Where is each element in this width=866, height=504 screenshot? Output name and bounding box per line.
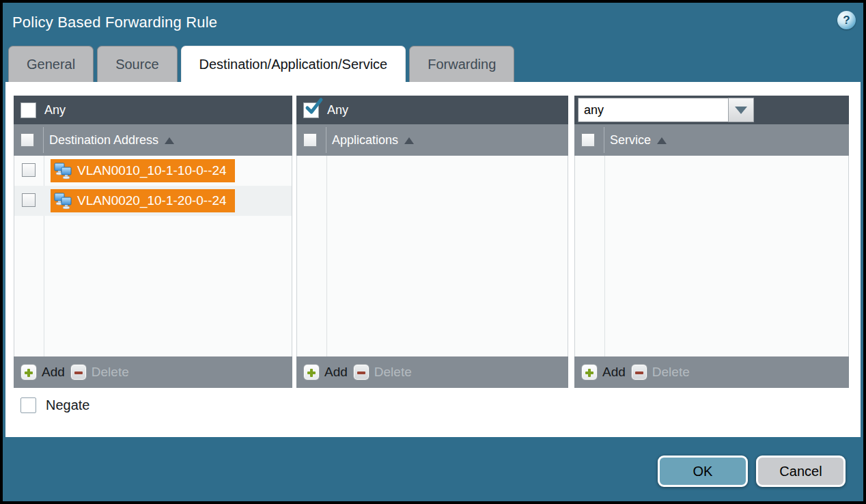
service-footer: Add Delete xyxy=(574,356,849,388)
list-divider xyxy=(604,156,605,356)
applications-list xyxy=(296,156,568,356)
dialog-title: Policy Based Forwarding Rule xyxy=(12,14,217,31)
sort-ascending-icon xyxy=(657,137,667,144)
destination-address-header[interactable]: Destination Address xyxy=(14,124,292,156)
chevron-down-icon xyxy=(735,107,747,114)
service-mode-bar xyxy=(574,96,849,124)
negate-label: Negate xyxy=(46,397,90,413)
service-list xyxy=(574,156,849,356)
applications-any-checkbox[interactable] xyxy=(303,102,319,118)
destination-select-all-checkbox[interactable] xyxy=(20,133,34,147)
tab-destination-application-service[interactable]: Destination/Application/Service xyxy=(181,46,406,82)
applications-select-all-checkbox[interactable] xyxy=(303,133,317,147)
row-checkbox[interactable] xyxy=(22,163,36,177)
destination-address-column: Any Destination Address xyxy=(14,96,292,388)
list-divider xyxy=(326,156,327,356)
table-row: VLAN0010_10-1-10-0--24 xyxy=(14,156,292,186)
applications-header-label: Applications xyxy=(332,133,398,148)
negate-checkbox[interactable] xyxy=(20,397,36,413)
negate-option: Negate xyxy=(20,397,90,413)
policy-based-forwarding-dialog: Policy Based Forwarding Rule ? General S… xyxy=(0,0,866,504)
applications-footer: Add Delete xyxy=(296,356,568,388)
add-button[interactable]: Add xyxy=(581,364,626,380)
destination-any-bar: Any xyxy=(14,96,292,124)
help-icon[interactable]: ? xyxy=(837,11,856,29)
service-header[interactable]: Service xyxy=(574,124,849,156)
applications-header[interactable]: Applications xyxy=(296,124,568,156)
sort-ascending-icon xyxy=(404,137,414,144)
network-computers-icon xyxy=(54,193,72,209)
delete-button[interactable]: Delete xyxy=(70,364,129,380)
tab-forwarding[interactable]: Forwarding xyxy=(409,46,514,82)
delete-minus-icon xyxy=(353,364,369,380)
service-mode-input[interactable] xyxy=(578,98,728,122)
destination-header-label: Destination Address xyxy=(49,133,158,148)
delete-minus-icon xyxy=(70,364,87,380)
applications-column: Any Applications Add Delete xyxy=(296,96,568,388)
sort-ascending-icon xyxy=(165,137,174,144)
applications-any-bar: Any xyxy=(296,96,568,124)
destination-any-checkbox[interactable] xyxy=(20,102,36,118)
add-button[interactable]: Add xyxy=(303,364,348,380)
address-object-label: VLAN0010_10-1-10-0--24 xyxy=(77,163,227,178)
add-plus-icon xyxy=(303,364,320,380)
add-plus-icon xyxy=(20,364,37,380)
service-column: Service Add Delete xyxy=(574,96,849,388)
network-computers-icon xyxy=(54,163,72,179)
delete-button[interactable]: Delete xyxy=(631,364,690,380)
add-plus-icon xyxy=(581,364,598,380)
add-button[interactable]: Add xyxy=(20,364,65,380)
address-object-chip[interactable]: VLAN0020_10-1-20-0--24 xyxy=(51,189,235,212)
table-row: VLAN0020_10-1-20-0--24 xyxy=(14,186,292,216)
service-header-label: Service xyxy=(610,133,651,148)
delete-button[interactable]: Delete xyxy=(353,364,412,380)
destination-any-label: Any xyxy=(44,103,66,117)
destination-footer: Add Delete xyxy=(14,356,292,388)
destination-address-list: VLAN0010_10-1-10-0--24 xyxy=(14,156,292,356)
header-divider xyxy=(43,127,44,153)
service-mode-dropdown[interactable] xyxy=(578,98,754,122)
header-divider xyxy=(604,127,604,153)
applications-any-label: Any xyxy=(327,103,348,117)
tab-general[interactable]: General xyxy=(8,46,94,82)
delete-minus-icon xyxy=(631,364,647,380)
dropdown-button[interactable] xyxy=(728,98,754,122)
tab-source[interactable]: Source xyxy=(97,46,177,82)
tab-content-panel: Any Destination Address xyxy=(5,82,861,437)
service-select-all-checkbox[interactable] xyxy=(581,133,595,147)
ok-button[interactable]: OK xyxy=(658,456,748,487)
cancel-button[interactable]: Cancel xyxy=(756,456,846,487)
address-object-label: VLAN0020_10-1-20-0--24 xyxy=(77,193,227,208)
address-object-chip[interactable]: VLAN0010_10-1-10-0--24 xyxy=(51,159,235,182)
tab-bar: General Source Destination/Application/S… xyxy=(8,46,514,82)
row-checkbox[interactable] xyxy=(22,193,36,207)
header-divider xyxy=(326,127,326,153)
